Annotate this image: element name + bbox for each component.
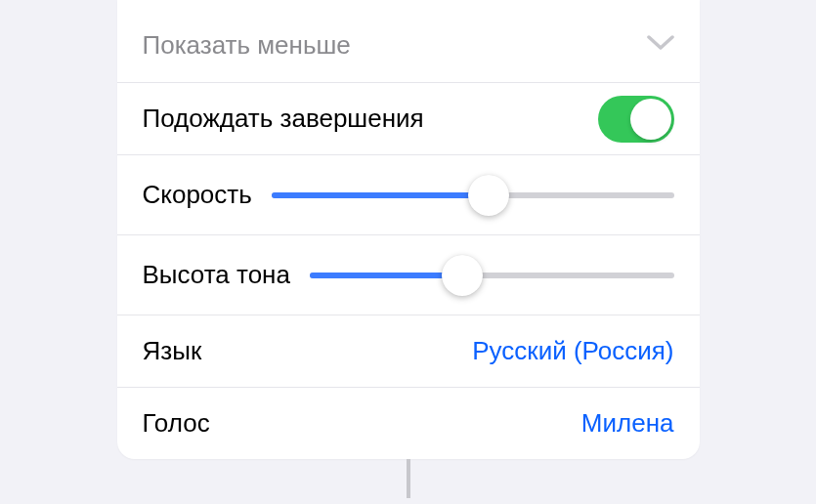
chevron-down-icon (647, 34, 674, 56)
settings-card: Показать меньше Подождать завершения Ско… (117, 0, 700, 459)
voice-row[interactable]: Голос Милена (117, 387, 700, 459)
voice-value: Милена (581, 408, 674, 439)
speed-slider-fill (272, 192, 489, 198)
language-value: Русский (Россия) (472, 336, 673, 366)
wait-completion-label: Подождать завершения (143, 104, 424, 134)
pitch-row: Высота тона (117, 234, 700, 315)
pitch-slider[interactable] (310, 273, 674, 278)
pitch-slider-fill (310, 273, 462, 278)
wait-completion-toggle[interactable] (598, 96, 674, 143)
show-less-row[interactable]: Показать меньше (117, 0, 700, 82)
speed-slider[interactable] (272, 192, 674, 198)
workflow-connector (407, 459, 410, 498)
language-row[interactable]: Язык Русский (Россия) (117, 315, 700, 387)
pitch-slider-thumb[interactable] (442, 255, 483, 296)
wait-completion-row: Подождать завершения (117, 82, 700, 154)
voice-label: Голос (143, 408, 210, 439)
show-less-label: Показать меньше (143, 30, 351, 61)
pitch-label: Высота тона (143, 260, 310, 290)
speed-row: Скорость (117, 154, 700, 234)
language-label: Язык (143, 336, 202, 366)
toggle-knob (630, 99, 671, 140)
speed-label: Скорость (143, 180, 272, 210)
speed-slider-thumb[interactable] (468, 175, 509, 216)
